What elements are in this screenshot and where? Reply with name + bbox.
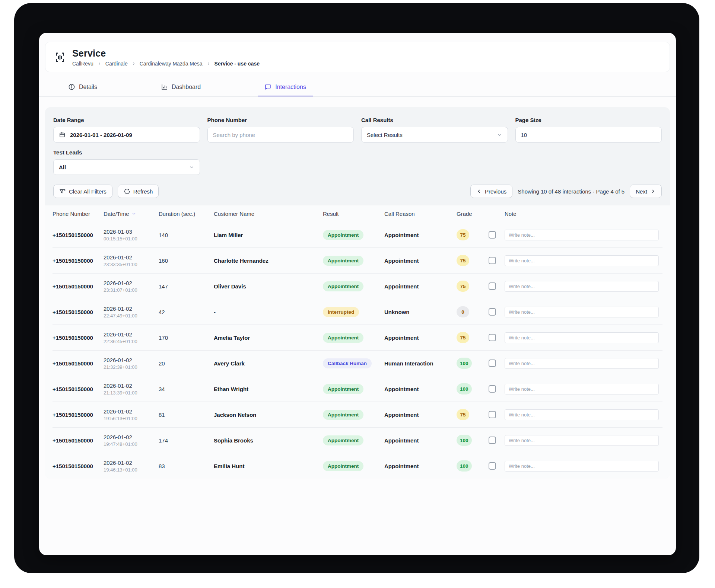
breadcrumb-item[interactable]: CallRevu (72, 61, 93, 67)
result-badge: Appointment (323, 435, 363, 445)
cell-grade: 100 (457, 358, 489, 369)
table-row: +150150150000 2026-01-02 22:36:45+01:00 … (53, 325, 662, 350)
sort-chevron-down-icon (131, 211, 136, 216)
tab-interactions[interactable]: Interactions (258, 79, 313, 96)
cell-time: 23:31:07+01:00 (104, 287, 159, 293)
actions-row: Clear All Filters Refresh Previous Showi… (45, 175, 670, 201)
note-input[interactable] (505, 230, 659, 240)
cell-duration: 81 (159, 412, 214, 418)
tab-details[interactable]: Details (61, 79, 104, 96)
phone-search-input[interactable] (213, 132, 349, 138)
chevron-right-icon (651, 189, 656, 194)
cell-datetime: 2026-01-02 22:36:45+01:00 (104, 331, 159, 344)
cell-datetime: 2026-01-02 21:32:39+01:00 (104, 357, 159, 370)
interactions-table: Phone Number Date/Time Duration (sec.) C… (45, 205, 670, 479)
grade-badge: 100 (457, 435, 472, 446)
table-row: +150150150000 2026-01-02 19:46:13+01:00 … (53, 453, 662, 479)
breadcrumb-item[interactable]: Cardinale (105, 61, 128, 67)
note-input[interactable] (505, 332, 659, 343)
cell-note (505, 409, 662, 420)
cell-note (505, 230, 662, 240)
note-checkbox[interactable] (489, 385, 496, 393)
note-checkbox[interactable] (489, 231, 496, 239)
note-checkbox[interactable] (489, 359, 496, 367)
page-title: Service (72, 48, 260, 59)
cell-call-reason: Appointment (384, 335, 457, 341)
cell-time: 19:47:48+01:00 (104, 441, 159, 447)
previous-page-button[interactable]: Previous (470, 185, 512, 198)
cell-note (505, 461, 662, 472)
note-checkbox[interactable] (489, 334, 496, 341)
cell-duration: 140 (159, 232, 214, 238)
note-input[interactable] (505, 358, 659, 369)
cell-duration: 174 (159, 437, 214, 444)
date-range-field[interactable]: 2026-01-01 - 2026-01-09 (53, 127, 200, 143)
note-input[interactable] (505, 281, 659, 292)
filters-section: Date Range 2026-01-01 - 2026-01-09 Phone… (45, 117, 670, 175)
cell-duration: 160 (159, 258, 214, 264)
chevron-right-icon (206, 61, 211, 66)
cell-result: Appointment (323, 410, 384, 420)
grade-badge: 0 (457, 306, 469, 317)
table-row: +150150150000 2026-01-03 00:15:15+01:00 … (53, 222, 662, 247)
pagination: Previous Showing 10 of 48 interactions ·… (470, 185, 662, 198)
clear-all-filters-button[interactable]: Clear All Filters (53, 185, 112, 198)
chevron-right-icon (97, 61, 102, 66)
column-header-phone: Phone Number (53, 211, 104, 217)
cell-date: 2026-01-02 (104, 280, 159, 286)
breadcrumb-item[interactable]: Cardinaleway Mazda Mesa (140, 61, 203, 67)
note-input[interactable] (505, 461, 659, 472)
column-header-datetime[interactable]: Date/Time (104, 211, 159, 217)
cell-result: Appointment (323, 281, 384, 291)
date-range-label: Date Range (53, 117, 200, 123)
note-input[interactable] (505, 307, 659, 317)
page-header: Service CallRevu Cardinale Cardinaleway … (45, 42, 670, 72)
cell-checkbox (489, 385, 505, 393)
cell-note (505, 281, 662, 292)
next-page-label: Next (636, 188, 647, 195)
cell-checkbox (489, 437, 505, 444)
note-checkbox[interactable] (489, 282, 496, 290)
table-row: +150150150000 2026-01-02 21:13:39+01:00 … (53, 376, 662, 402)
cell-date: 2026-01-02 (104, 357, 159, 363)
cell-call-reason: Human Interaction (384, 360, 457, 367)
result-badge: Appointment (323, 256, 363, 266)
result-badge: Appointment (323, 461, 363, 471)
note-input[interactable] (505, 384, 659, 394)
filter-clear-icon (59, 188, 66, 195)
note-checkbox[interactable] (489, 437, 496, 444)
chevron-down-icon (189, 164, 194, 170)
table-body: +150150150000 2026-01-03 00:15:15+01:00 … (53, 222, 662, 479)
cell-datetime: 2026-01-02 19:46:13+01:00 (104, 460, 159, 473)
note-input[interactable] (505, 409, 659, 420)
page-size-field[interactable]: 10 (515, 127, 662, 143)
note-checkbox[interactable] (489, 411, 496, 418)
cell-phone-number: +150150150000 (53, 232, 104, 238)
cell-result: Appointment (323, 435, 384, 445)
tab-dashboard-label: Dashboard (172, 84, 201, 90)
note-checkbox[interactable] (489, 462, 496, 470)
cell-time: 22:36:45+01:00 (104, 339, 159, 344)
test-leads-select[interactable]: All (53, 159, 200, 175)
note-input[interactable] (505, 435, 659, 446)
cell-time: 22:47:49+01:00 (104, 313, 159, 319)
cell-date: 2026-01-02 (104, 460, 159, 466)
grade-badge: 100 (457, 358, 472, 369)
cell-customer-name: Liam Miller (214, 232, 323, 238)
cell-result: Appointment (323, 256, 384, 266)
result-badge: Appointment (323, 384, 363, 394)
table-row: +150150150000 2026-01-02 19:47:48+01:00 … (53, 427, 662, 453)
tab-dashboard[interactable]: Dashboard (154, 79, 207, 96)
grade-badge: 100 (457, 460, 472, 472)
note-checkbox[interactable] (489, 308, 496, 316)
filter-test-leads: Test Leads All (53, 149, 200, 175)
cell-date: 2026-01-02 (104, 408, 159, 415)
refresh-button[interactable]: Refresh (118, 185, 159, 198)
next-page-button[interactable]: Next (630, 185, 662, 198)
breadcrumb: CallRevu Cardinale Cardinaleway Mazda Me… (72, 61, 260, 67)
note-checkbox[interactable] (489, 257, 496, 264)
cell-time: 00:15:15+01:00 (104, 236, 159, 242)
tab-details-label: Details (79, 84, 97, 90)
note-input[interactable] (505, 255, 659, 266)
call-results-select[interactable]: Select Results (361, 127, 508, 143)
